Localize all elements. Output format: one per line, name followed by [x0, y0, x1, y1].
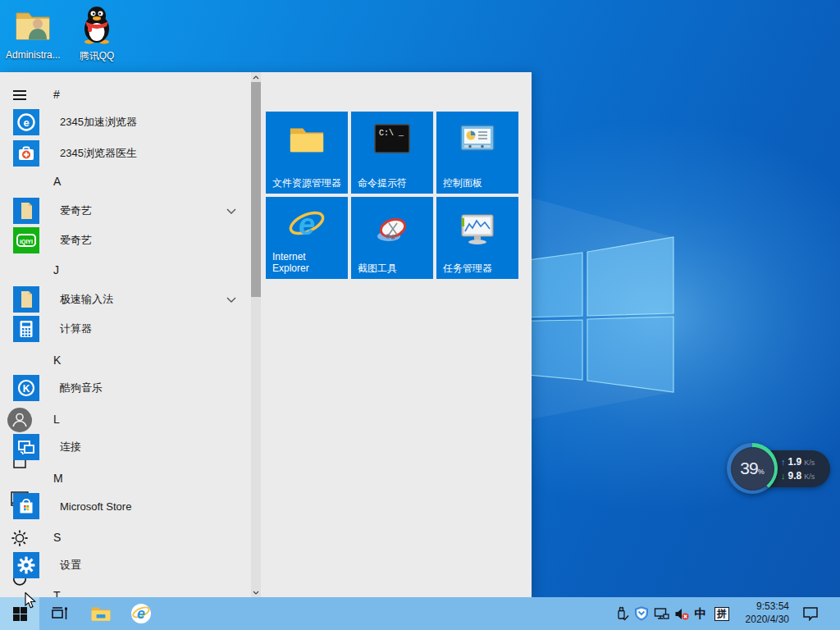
desktop-icon-qq[interactable]: 腾讯QQ [70, 5, 124, 63]
internet-explorer-icon: e [286, 205, 327, 246]
section-header[interactable]: M [53, 467, 86, 490]
section-header[interactable]: S [53, 526, 86, 549]
user-avatar-icon [7, 408, 32, 432]
action-center-button[interactable] [797, 597, 824, 630]
calculator-icon [13, 316, 39, 342]
download-arrow-icon: ↓ [781, 470, 786, 482]
svg-text:e: e [23, 116, 29, 129]
tray-usb-button[interactable] [612, 597, 632, 630]
svg-text:C:\ _: C:\ _ [379, 129, 404, 138]
gear-icon [11, 529, 29, 547]
iqiyi-icon: iQIYI [13, 227, 39, 253]
file-explorer-icon [288, 123, 326, 156]
svg-text:iQIYI: iQIYI [20, 239, 33, 245]
section-header[interactable]: A [53, 170, 86, 193]
internet-explorer-icon: e [130, 603, 152, 624]
taskbar: e [0, 597, 840, 630]
tile-task-manager[interactable]: 任务管理器 [436, 197, 518, 279]
usage-percent: 39 [740, 459, 757, 478]
connect-icon [13, 434, 39, 460]
taskbar-clock[interactable]: 9:53:54 2020/4/30 [735, 600, 789, 626]
section-header[interactable]: # [53, 83, 86, 106]
file-explorer-icon [90, 605, 112, 623]
section-header[interactable]: K [53, 349, 86, 372]
command-prompt-icon: C:\ _ [374, 123, 410, 154]
task-manager-icon [458, 213, 497, 248]
tray-network-button[interactable] [651, 597, 671, 630]
security-shield-icon [634, 606, 649, 621]
svg-text:K: K [23, 383, 30, 395]
control-panel-icon [459, 123, 495, 154]
mouse-cursor [25, 592, 37, 609]
app-item-kugou[interactable]: K 酷狗音乐 [13, 373, 248, 403]
desktop: Administra... 腾讯QQ ↑ 1.9 K/s ↓ 9. [0, 0, 840, 630]
user-folder-icon [13, 5, 52, 44]
tray-security-button[interactable] [632, 597, 651, 630]
app-item-connect[interactable]: 连接 [13, 432, 248, 462]
settings-app-icon [13, 552, 39, 578]
desktop-icon-label: Administra... [6, 49, 60, 61]
app-item-settings[interactable]: 设置 [13, 550, 248, 580]
hamburger-icon [13, 90, 26, 100]
action-center-icon [802, 606, 819, 621]
task-view-icon [51, 606, 69, 621]
taskbar-internet-explorer[interactable]: e [127, 597, 155, 630]
app-list-scrollbar[interactable] [251, 72, 261, 597]
microsoft-store-icon [13, 493, 39, 519]
chevron-down-icon[interactable] [226, 297, 236, 303]
app-item-iqiyi[interactable]: iQIYI 爱奇艺 [13, 226, 248, 255]
svg-text:e: e [299, 208, 315, 241]
task-view-button[interactable] [48, 597, 72, 630]
folder-group-icon [13, 198, 39, 224]
chevron-down-icon [253, 591, 259, 595]
app-item-iqiyi-folder[interactable]: 爱奇艺 [13, 196, 248, 226]
tile-internet-explorer[interactable]: e Internet Explorer [266, 197, 348, 279]
clock-date: 2020/4/30 [735, 613, 789, 626]
tray-ime-language[interactable]: 中 [691, 597, 710, 630]
upload-speed: 1.9 [788, 456, 802, 468]
scroll-up-button[interactable] [251, 72, 261, 82]
tile-file-explorer[interactable]: 文件资源管理器 [266, 112, 348, 194]
tile-snipping-tool[interactable]: 截图工具 [351, 197, 433, 279]
folder-group-icon [13, 286, 39, 313]
start-menu: # e 2345加速浏览器 2345浏览器医生 A [0, 72, 532, 597]
svg-text:e: e [137, 605, 145, 622]
network-icon [654, 607, 669, 621]
upload-arrow-icon: ↑ [781, 456, 786, 468]
cpu-usage-ring[interactable]: 39 % [727, 443, 778, 494]
app-item-calculator[interactable]: 计算器 [13, 314, 248, 344]
tray-volume-button[interactable] [671, 597, 692, 630]
usb-device-icon [615, 606, 629, 622]
tile-command-prompt[interactable]: C:\ _ 命令提示符 [351, 112, 433, 194]
download-speed: 9.8 [788, 470, 802, 482]
app-item-jisu-ime[interactable]: 极速输入法 [13, 285, 248, 314]
scroll-down-button[interactable] [251, 587, 261, 597]
qq-penguin-icon [78, 5, 116, 44]
app-item-2345-doctor[interactable]: 2345浏览器医生 [13, 139, 248, 168]
kugou-music-icon: K [13, 375, 39, 401]
2345-doctor-icon [13, 140, 39, 167]
chevron-down-icon[interactable] [226, 208, 236, 214]
app-item-2345-browser[interactable]: e 2345加速浏览器 [13, 107, 248, 137]
2345-browser-icon: e [13, 109, 39, 135]
section-header[interactable]: J [53, 258, 86, 281]
chevron-up-icon [253, 75, 259, 80]
tile-control-panel[interactable]: 控制面板 [436, 112, 518, 194]
app-item-microsoft-store[interactable]: Microsoft Store [13, 491, 248, 521]
section-header[interactable]: L [53, 408, 86, 431]
speaker-muted-icon [674, 607, 690, 621]
taskbar-file-explorer[interactable] [87, 597, 115, 630]
desktop-icon-administrator[interactable]: Administra... [6, 5, 60, 61]
scrollbar-thumb[interactable] [251, 82, 261, 297]
snipping-tool-icon [372, 215, 412, 249]
clock-time: 9:53:54 [735, 600, 789, 613]
tray-ime-mode[interactable]: 拼 [712, 597, 732, 630]
desktop-icon-label: 腾讯QQ [70, 49, 124, 63]
